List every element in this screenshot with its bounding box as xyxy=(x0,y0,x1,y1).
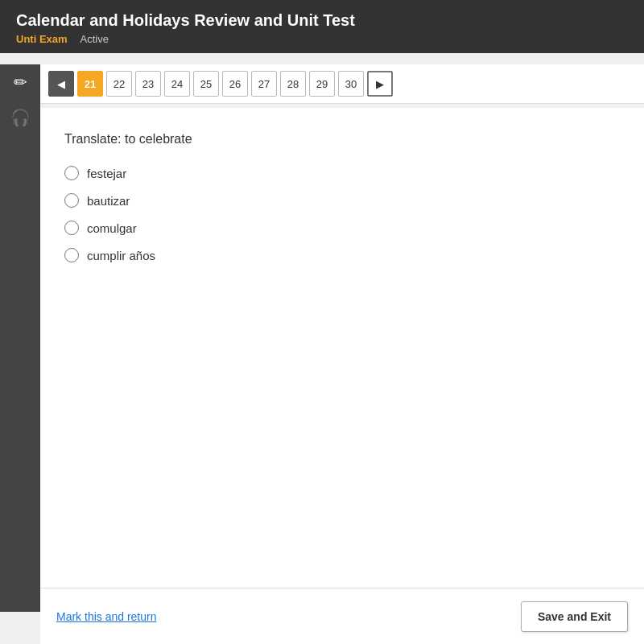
page-title: Calendar and Holidays Review and Unit Te… xyxy=(16,11,628,30)
page-button-26[interactable]: 26 xyxy=(222,71,248,97)
page-button-21[interactable]: 21 xyxy=(77,71,103,97)
pencil-icon[interactable]: ✏ xyxy=(14,72,27,92)
radio-c[interactable] xyxy=(64,221,79,235)
page-button-24[interactable]: 24 xyxy=(164,71,190,97)
page-button-28[interactable]: 28 xyxy=(280,71,306,97)
exam-label: Unti Exam xyxy=(16,33,68,45)
page-button-23[interactable]: 23 xyxy=(135,71,161,97)
radio-d[interactable] xyxy=(64,248,79,262)
question-text: Translate: to celebrate xyxy=(64,132,620,147)
answer-option-b[interactable]: bautizar xyxy=(64,193,620,208)
answer-label-b[interactable]: bautizar xyxy=(87,194,130,208)
answer-option-a[interactable]: festejar xyxy=(64,166,620,180)
headphones-icon[interactable]: 🎧 xyxy=(10,108,31,127)
save-exit-button[interactable]: Save and Exit xyxy=(521,601,628,632)
prev-page-button[interactable]: ◀ xyxy=(48,71,74,97)
page-button-29[interactable]: 29 xyxy=(309,71,335,97)
next-page-button[interactable]: ▶ xyxy=(367,71,393,97)
header: Calendar and Holidays Review and Unit Te… xyxy=(0,0,644,53)
radio-a[interactable] xyxy=(64,166,79,180)
header-subtitle: Unti Exam Active xyxy=(16,33,628,45)
sidebar: ✏ 🎧 xyxy=(0,64,40,612)
answer-option-d[interactable]: cumplir años xyxy=(64,248,620,262)
radio-b[interactable] xyxy=(64,193,79,208)
status-label: Active xyxy=(80,33,109,45)
page-button-30[interactable]: 30 xyxy=(338,71,364,97)
mark-return-button[interactable]: Mark this and return xyxy=(56,610,157,623)
pagination-bar: ◀ 21 22 23 24 25 26 27 28 29 30 ▶ xyxy=(40,64,644,104)
page-button-22[interactable]: 22 xyxy=(106,71,132,97)
page-button-27[interactable]: 27 xyxy=(251,71,277,97)
answer-label-d[interactable]: cumplir años xyxy=(87,249,155,262)
bottom-bar: Mark this and return Save and Exit xyxy=(40,588,644,644)
main-content: Translate: to celebrate festejar bautiza… xyxy=(40,108,644,644)
answer-option-c[interactable]: comulgar xyxy=(64,221,620,235)
answer-label-c[interactable]: comulgar xyxy=(87,221,137,235)
answer-label-a[interactable]: festejar xyxy=(87,167,126,180)
page-button-25[interactable]: 25 xyxy=(193,71,219,97)
